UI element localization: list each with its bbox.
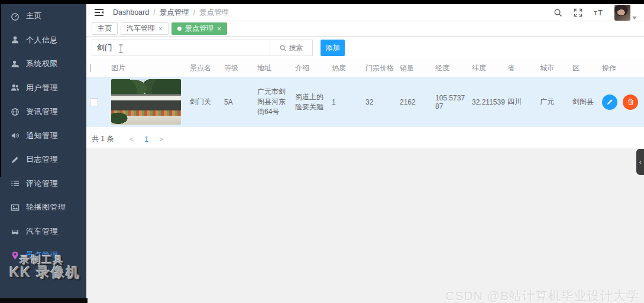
breadcrumb-item-current: 景点管理 — [199, 8, 229, 18]
sidebar-item-comments[interactable]: 评论管理 — [0, 172, 86, 196]
search-icon[interactable] — [554, 8, 562, 17]
column-header-image: 图片 — [105, 63, 184, 73]
breadcrumb-item-module[interactable]: 景点管理 — [160, 8, 189, 18]
search-button[interactable]: 搜索 — [270, 40, 313, 56]
fullscreen-icon[interactable] — [574, 8, 582, 17]
sidebar: 主页 个人信息 系统权限 用户管理 资讯管理 通知管理 日志管理 评论管理 — [0, 4, 86, 303]
scenic-photo[interactable] — [111, 79, 181, 125]
row-name-cell: 剑门关 — [184, 77, 218, 127]
row-sales-cell: 2162 — [394, 77, 429, 127]
row-longitude-cell: 105.573787 — [429, 77, 466, 127]
breadcrumb: Dashboard / 景点管理 / 景点管理 — [113, 8, 229, 18]
row-price-cell: 32 — [360, 77, 394, 127]
tab-close-icon[interactable]: × — [217, 25, 221, 32]
dashboard-icon — [10, 11, 20, 21]
sidebar-item-news[interactable]: 资讯管理 — [0, 100, 86, 124]
user-menu[interactable] — [614, 5, 637, 21]
font-size-icon[interactable]: тT — [594, 8, 603, 17]
column-header-sales: 销量 — [394, 63, 429, 73]
header-actions: тT — [554, 5, 637, 21]
pagination-prev-icon[interactable]: < — [124, 135, 139, 144]
table-header: 图片 景点名 等级 地址 介绍 热度 门票价格 销量 经度 纬度 省 城市 区 … — [86, 59, 644, 77]
pagination-total: 共 1 条 — [92, 134, 114, 144]
panel-collapse-handle[interactable]: ‹ — [636, 149, 644, 175]
pen-icon — [10, 155, 20, 164]
sidebar-item-label: 系统权限 — [26, 58, 58, 69]
tab-cars[interactable]: 汽车管理 × — [121, 22, 169, 35]
tab-label: 主页 — [98, 24, 112, 34]
pagination-next-icon[interactable]: > — [154, 135, 169, 144]
row-city-cell: 广元 — [534, 77, 567, 127]
toolbar: 搜索 添加 — [86, 37, 644, 59]
top-header: Dashboard / 景点管理 / 景点管理 тT — [86, 4, 644, 21]
sidebar-item-notifications[interactable]: 通知管理 — [0, 124, 86, 148]
menu-collapse-icon[interactable] — [94, 8, 105, 17]
tab-bar: 主页 汽车管理 × 景点管理 × — [86, 21, 644, 37]
breadcrumb-separator: / — [153, 8, 155, 17]
chevron-left-icon: ‹ — [639, 158, 642, 165]
pagination-page-1[interactable]: 1 — [139, 135, 154, 144]
delete-button[interactable] — [623, 95, 638, 110]
column-header-actions: 操作 — [596, 63, 644, 73]
content-card: 搜索 添加 图片 景点名 等级 地址 介绍 热度 门票价格 销量 经度 纬度 省… — [86, 37, 644, 148]
pagination: 共 1 条 < 1 > — [86, 127, 644, 144]
sidebar-item-users[interactable]: 用户管理 — [0, 76, 86, 100]
globe-icon — [10, 107, 20, 116]
sidebar-item-label: 通知管理 — [26, 131, 58, 141]
row-level-cell: 5A — [218, 77, 251, 127]
row-province-cell: 四川 — [501, 77, 534, 127]
search-button-label: 搜索 — [289, 43, 303, 53]
app-window: 主页 个人信息 系统权限 用户管理 资讯管理 通知管理 日志管理 评论管理 — [0, 0, 644, 303]
row-intro-cell: 蜀道上的险要关隘 — [289, 77, 326, 127]
column-header-name: 景点名 — [184, 63, 218, 73]
edit-button[interactable] — [602, 95, 617, 110]
image-icon — [10, 203, 20, 212]
sidebar-item-label: 用户管理 — [26, 83, 58, 93]
sidebar-item-label: 景点管理 — [26, 250, 58, 260]
sidebar-item-permissions[interactable]: 系统权限 — [0, 52, 86, 76]
sidebar-item-home[interactable]: 主页 — [0, 4, 86, 28]
car-icon — [10, 227, 20, 236]
sidebar-item-label: 日志管理 — [26, 154, 58, 165]
column-header-district: 区 — [567, 63, 596, 73]
tab-label: 景点管理 — [185, 24, 213, 34]
column-header-popularity: 热度 — [326, 63, 360, 73]
sidebar-item-logs[interactable]: 日志管理 — [0, 148, 86, 172]
sidebar-item-label: 汽车管理 — [26, 226, 58, 237]
row-actions-cell — [596, 77, 644, 127]
screen-edge-artifact — [0, 0, 644, 4]
screen-edge-artifact — [0, 0, 1, 177]
chevron-down-icon — [632, 17, 637, 19]
user-key-icon — [10, 59, 20, 69]
pencil-icon — [606, 98, 614, 106]
tab-close-icon[interactable]: × — [158, 25, 163, 32]
list-icon — [10, 179, 20, 188]
sidebar-item-profile[interactable]: 个人信息 — [0, 28, 86, 53]
tab-label: 汽车管理 — [127, 24, 155, 34]
sidebar-item-label: 资讯管理 — [26, 106, 58, 117]
sidebar-item-cars[interactable]: 汽车管理 — [0, 220, 86, 244]
breadcrumb-item-dashboard[interactable]: Dashboard — [113, 8, 149, 17]
sidebar-item-attractions[interactable]: 景点管理 — [0, 243, 86, 268]
tab-home[interactable]: 主页 — [92, 22, 118, 35]
tab-attractions[interactable]: 景点管理 × — [171, 22, 227, 35]
sidebar-item-label: 评论管理 — [26, 178, 58, 189]
sidebar-item-label: 个人信息 — [26, 35, 58, 45]
search-group: 搜索 — [92, 40, 313, 56]
row-checkbox[interactable] — [90, 98, 98, 106]
speaker-icon — [10, 131, 20, 141]
breadcrumb-separator: / — [193, 8, 195, 17]
select-all-cell — [86, 64, 105, 72]
select-all-checkbox[interactable] — [90, 64, 91, 72]
avatar[interactable] — [614, 5, 630, 21]
search-input[interactable] — [92, 40, 270, 56]
add-button[interactable]: 添加 — [321, 40, 345, 56]
table-row[interactable]: 剑门关 5A 广元市剑阁县河东街64号 蜀道上的险要关隘 1 32 2162 1… — [86, 77, 644, 127]
row-address-cell: 广元市剑阁县河东街64号 — [251, 77, 289, 127]
column-header-longitude: 经度 — [429, 63, 466, 73]
row-popularity-cell: 1 — [326, 77, 360, 127]
trash-icon — [627, 98, 635, 106]
row-image-cell — [105, 77, 184, 127]
column-header-intro: 介绍 — [289, 63, 326, 73]
sidebar-item-carousel[interactable]: 轮播图管理 — [0, 196, 86, 220]
